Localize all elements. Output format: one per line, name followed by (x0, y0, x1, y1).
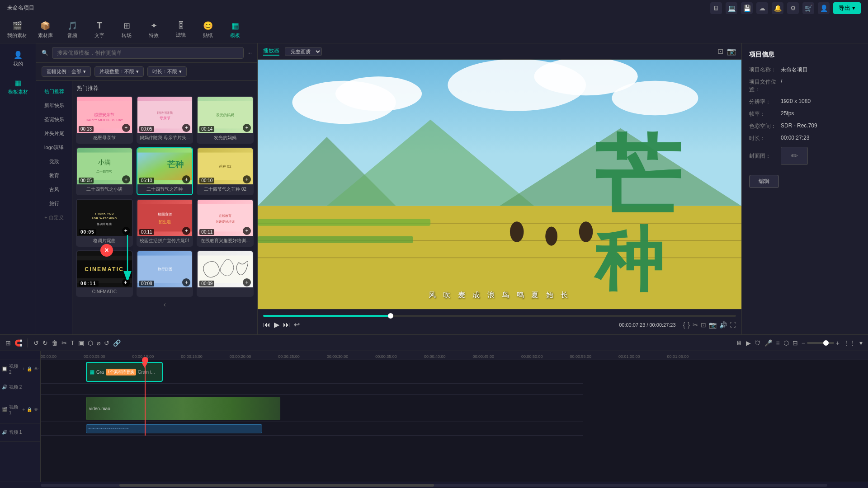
skip-forward-button[interactable]: ⏭ (283, 321, 290, 329)
nav-item-logo[interactable]: logo演绎 (36, 141, 72, 155)
zoom-out-button[interactable]: − (802, 339, 805, 347)
toolbar-item-stickers[interactable]: 😊 贴纸 (199, 21, 217, 39)
tl-loop-icon[interactable]: ⬡ (88, 339, 93, 347)
video-clip[interactable]: video-mao (86, 397, 280, 420)
template-card-8[interactable]: 校园宣传 招生啦 00:11 + 校园生活拼广宣传片尾01 (137, 199, 193, 247)
toolbar-item-filters[interactable]: 🎛 滤镜 (172, 21, 190, 38)
tl-lines-icon[interactable]: ≡ (776, 339, 779, 347)
scrollbar-thumb[interactable] (119, 484, 434, 487)
add-template-4[interactable]: + (122, 175, 130, 183)
nav-item-intro[interactable]: 片头片尾 (36, 127, 72, 141)
progress-bar[interactable] (263, 315, 736, 317)
tl-text-icon[interactable]: T (71, 339, 75, 347)
nav-item-add[interactable]: + 自定义 (36, 211, 72, 225)
screenshot-icon[interactable]: 📷 (727, 47, 736, 56)
nav-item-travel[interactable]: 旅行 (36, 197, 72, 211)
tl-shield-icon[interactable]: 🛡 (755, 339, 761, 347)
user-icon[interactable]: 👤 (818, 2, 830, 14)
snapshot-icon[interactable]: 📷 (709, 321, 717, 328)
sidebar-item-template-assets[interactable]: ▦ 模板素材 (0, 75, 36, 99)
toolbar-item-transition[interactable]: ⊞ 转场 (118, 21, 136, 39)
edit-button[interactable]: 编辑 (749, 175, 779, 188)
nav-item-hot[interactable]: 热门推荐 (36, 84, 72, 99)
add-track-v1[interactable]: + (22, 407, 25, 412)
tl-screen-icon[interactable]: 🖥 (736, 339, 742, 347)
ratio-filter[interactable]: 画幅比例：全部 ▾ (42, 66, 91, 77)
add-template-6[interactable]: + (243, 175, 251, 183)
save-icon[interactable]: 💾 (741, 2, 753, 14)
sidebar-item-my[interactable]: 👤 我的 (0, 47, 36, 71)
tl-cut-icon[interactable]: ✂ (61, 339, 67, 347)
tl-mic-icon[interactable]: 🎤 (764, 339, 772, 347)
lock-track-v1[interactable]: 🔒 (27, 407, 32, 412)
tl-expand-icon[interactable]: ▾ (859, 339, 863, 347)
lock-track-v2[interactable]: 🔒 (27, 366, 32, 371)
nav-item-newyear[interactable]: 新年快乐 (36, 99, 72, 113)
zoom-in-button[interactable]: + (836, 339, 840, 347)
nav-item-ancient[interactable]: 古风 (36, 183, 72, 197)
add-template-1[interactable]: + (122, 124, 130, 132)
tl-circle-icon[interactable]: ⌀ (97, 339, 100, 347)
loop-button[interactable]: ↩ (294, 320, 300, 329)
timeline-scrollbar[interactable] (0, 482, 868, 488)
template-card-5[interactable]: 芒种 06:10 + 二十四节气之芒种 (137, 147, 193, 195)
nav-item-edu[interactable]: 教育 (36, 169, 72, 183)
tl-delete-icon[interactable]: 🗑 (52, 339, 58, 347)
tl-link-icon[interactable]: 🔗 (113, 339, 121, 347)
fit-screen-icon[interactable]: ⊡ (717, 47, 723, 56)
template-card-11[interactable]: 旅行拼图 00:08 + (137, 250, 193, 297)
template-card-4[interactable]: 小满 二十四节气 00:05 + 二十四节气之小满 (76, 147, 133, 195)
add-template-12[interactable]: + (243, 278, 251, 286)
tl-extract-icon[interactable]: ⬡ (783, 339, 789, 347)
toolbar-item-assets[interactable]: 📦 素材库 (36, 21, 54, 39)
nav-item-party[interactable]: 党政 (36, 155, 72, 169)
clip-icon[interactable]: ✂ (693, 321, 698, 328)
quality-select[interactable]: 完整画质 (285, 47, 322, 56)
timeline-main[interactable]: 00:00:00 00:00:05:00 00:00:10:00 00:00:1… (41, 351, 868, 482)
monitor-icon[interactable]: 🖥 (710, 2, 722, 14)
add-track-v2[interactable]: + (22, 366, 25, 371)
tl-menu-icon[interactable]: ⋮⋮ (843, 339, 856, 347)
mark-in-icon[interactable]: { (683, 321, 685, 328)
collapse-icon[interactable]: ‹ (164, 300, 166, 308)
tl-redo-icon[interactable]: ↻ (42, 339, 48, 347)
tl-rotate-icon[interactable]: ↺ (104, 339, 109, 347)
template-card-9[interactable]: 在线教育 兴趣爱好培训 00:11 + 在线教育兴趣爱好培训... (197, 199, 254, 247)
toolbar-item-text[interactable]: T 文字 (90, 20, 108, 39)
template-card-3[interactable]: 发光的妈妈 00:14 + 发光的妈妈 (197, 96, 254, 144)
export-button[interactable]: 导出 ▾ (833, 2, 861, 14)
cart-icon[interactable]: 🛒 (802, 2, 814, 14)
scrollbar-track[interactable] (41, 484, 827, 487)
cloud-icon[interactable]: ☁ (756, 2, 768, 14)
tl-grid-icon[interactable]: ⊞ (5, 339, 11, 347)
toolbar-item-audio[interactable]: 🎵 音频 (63, 21, 81, 39)
tl-split-icon[interactable]: ▣ (78, 339, 84, 347)
tl-undo-icon[interactable]: ↺ (33, 339, 39, 347)
template-card-1[interactable]: 感恩安亲节 HAPPY MOTHERS DAY 00:13 + 感恩母亲节 (76, 96, 133, 144)
nav-item-christmas[interactable]: 圣诞快乐 (36, 113, 72, 127)
tl-magnet-icon[interactable]: 🧲 (14, 339, 22, 347)
count-filter[interactable]: 片段数量：不限 ▾ (94, 66, 144, 77)
audio-clip[interactable]: 〰〰〰〰〰〰〰〰〰〰 (86, 424, 262, 433)
settings-icon[interactable]: ⚙ (787, 2, 799, 14)
bell-icon[interactable]: 🔔 (772, 2, 783, 14)
eye-track-v2[interactable]: 👁 (34, 366, 38, 371)
play-button[interactable]: ▶ (274, 320, 279, 329)
add-template-9[interactable]: + (243, 227, 251, 235)
toolbar-item-media[interactable]: 🎬 我的素材 (7, 21, 27, 39)
duration-filter[interactable]: 时长：不限 ▾ (147, 66, 187, 77)
template-card-2[interactable]: 妈妈伴随我 母亲节 00:05 + 妈妈伴随我 母亲节片头... (137, 96, 193, 144)
tl-play2-icon[interactable]: ▶ (746, 339, 751, 347)
fullscreen-icon[interactable]: ⛶ (730, 321, 736, 328)
more-options-icon[interactable]: ··· (247, 50, 252, 56)
search-input[interactable] (52, 47, 244, 59)
laptop-icon[interactable]: 💻 (726, 2, 737, 14)
tl-extend-icon[interactable]: ⊟ (793, 339, 798, 347)
add-template-7[interactable]: + (122, 227, 130, 235)
zoom-slider[interactable] (807, 342, 834, 344)
playhead[interactable] (145, 360, 146, 436)
screen-icon[interactable]: ⊡ (701, 321, 706, 328)
template-card-12[interactable]: 00:09 + (197, 250, 254, 297)
eye-track-v1[interactable]: 👁 (34, 407, 38, 412)
toolbar-item-effects[interactable]: ✦ 特效 (145, 21, 163, 39)
